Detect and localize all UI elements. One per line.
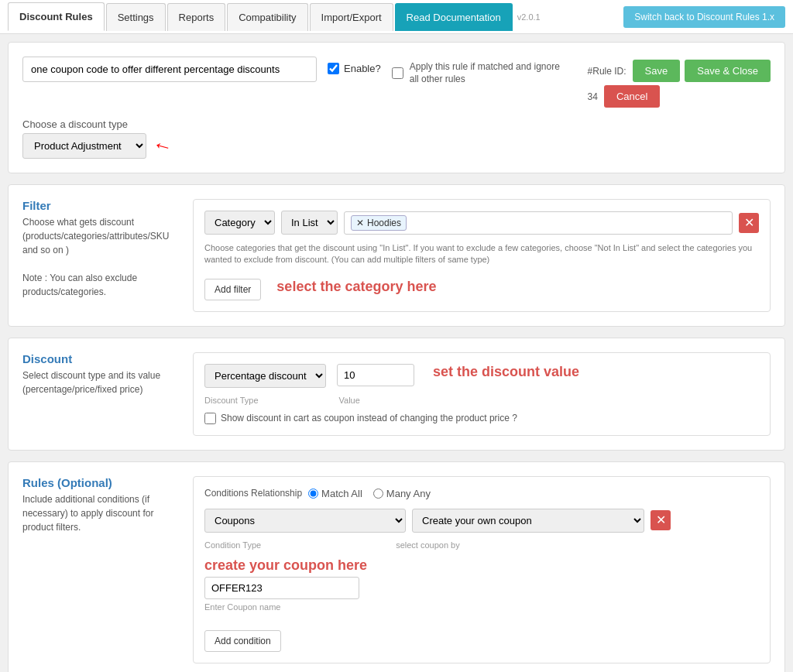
rule-id-number: 34 [588,91,598,102]
condition-type-select[interactable]: Coupons [204,509,406,533]
discount-annotation: set the discount value [433,364,579,380]
top-nav: Discount Rules Settings Reports Compatib… [0,0,793,34]
in-list-select[interactable]: In List [281,211,338,235]
tab-reports[interactable]: Reports [167,3,226,31]
filter-desc: Choose what gets discount (products/cate… [22,215,177,299]
tag-hoodies: ✕ Hoodies [351,215,407,231]
filter-left: Filter Choose what gets discount (produc… [22,199,177,312]
discount-type-dropdown[interactable]: Percentage discount [204,364,326,388]
condition-type-field-label: Condition Type [204,540,261,550]
rule-header-row: Enable? Apply this rule if matched and i… [22,57,771,108]
remove-condition-button[interactable]: ✕ [651,510,671,530]
apply-rule-checkbox[interactable] [392,67,403,79]
enable-label: Enable? [344,63,381,74]
tab-compatibility[interactable]: Compatibility [227,3,307,31]
enter-coupon-label: Enter Coupon name [204,602,759,612]
rules-desc: Include additional conditions (if necess… [22,492,177,534]
enable-checkbox[interactable] [328,63,339,74]
remove-filter-button[interactable]: ✕ [739,213,759,233]
save-close-button[interactable]: Save & Close [685,60,771,82]
tab-settings[interactable]: Settings [106,3,166,31]
coupon-name-input[interactable] [204,577,359,599]
tab-discount-rules[interactable]: Discount Rules [8,2,105,31]
show-coupon-checkbox[interactable] [204,413,216,424]
many-any-label[interactable]: Many Any [373,488,431,499]
filter-two-col: Filter Choose what gets discount (produc… [22,199,771,312]
arrow-annotation-icon: ← [149,132,175,160]
rules-right: Conditions Relationship Match All Many A… [193,476,771,663]
condition-row: Coupons Create your own coupon ✕ [204,509,759,533]
match-all-label[interactable]: Match All [308,488,362,499]
discount-card: Discount Select discount type and its va… [8,338,785,451]
apply-rule-label: Apply this rule if matched and ignore al… [410,61,565,85]
filter-annotation: select the category here [276,279,436,295]
discount-type-select[interactable]: Product Adjustment [22,133,146,159]
category-select[interactable]: Category [204,211,275,235]
tag-label: ✕ [356,218,364,228]
coupon-by-select[interactable]: Create your own coupon [412,509,644,533]
version-label: v2.0.1 [517,12,541,22]
apply-rule-group: Apply this rule if matched and ignore al… [392,57,565,85]
rule-name-input[interactable] [22,57,317,82]
filter-row: Category In List ✕ Hoodies ✕ [204,211,759,235]
radio-group: Match All Many Any [308,488,431,499]
main-content: Enable? Apply this rule if matched and i… [0,34,793,672]
filter-card: Filter Choose what gets discount (produc… [8,184,785,327]
tags-input[interactable]: ✕ Hoodies [344,211,733,235]
rules-title: Rules (Optional) [22,476,177,489]
discount-desc: Select discount type and its value (perc… [22,369,177,396]
discount-left: Discount Select discount type and its va… [22,352,177,436]
discount-right: Percentage discount set the discount val… [193,352,771,436]
discount-type-label: Choose a discount type [22,118,771,130]
filter-hint: Choose categories that get the discount … [204,242,759,266]
match-all-radio[interactable] [308,489,318,499]
discount-type-field-label: Discount Type [204,396,259,405]
conditions-relationship: Conditions Relationship Match All Many A… [204,488,759,499]
conditions-rel-label: Conditions Relationship [204,488,302,499]
rules-card: Rules (Optional) Include additional cond… [8,461,785,672]
rule-header-card: Enable? Apply this rule if matched and i… [8,42,785,173]
rules-left: Rules (Optional) Include additional cond… [22,476,177,663]
save-button[interactable]: Save [633,60,681,82]
cancel-button[interactable]: Cancel [604,85,660,108]
discount-value-field-label: Value [339,396,360,405]
rules-two-col: Rules (Optional) Include additional cond… [22,476,771,663]
add-filter-button[interactable]: Add filter [204,279,261,300]
rule-id-group: #Rule ID: Save Save & Close 34 Cancel [588,57,771,108]
switch-back-button[interactable]: Switch back to Discount Rules 1.x [623,6,785,28]
enable-group: Enable? [328,57,381,74]
filter-title: Filter [22,199,177,212]
tab-read-documentation[interactable]: Read Documentation [395,3,513,31]
select-coupon-field-label: select coupon by [396,540,460,550]
filter-right: Category In List ✕ Hoodies ✕ Choose cate… [193,199,771,312]
discount-title: Discount [22,352,177,365]
discount-coupon-note: Show discount in cart as coupon instead … [204,413,759,424]
discount-value-input[interactable] [337,364,414,386]
create-coupon-annotation: create your coupon here [204,557,759,574]
many-any-radio[interactable] [373,489,383,499]
tab-import-export[interactable]: Import/Export [310,3,393,31]
add-condition-button[interactable]: Add condition [204,630,281,652]
rule-id-label: #Rule ID: [588,66,627,77]
discount-two-col: Discount Select discount type and its va… [22,352,771,436]
discount-row: Percentage discount set the discount val… [204,364,579,388]
